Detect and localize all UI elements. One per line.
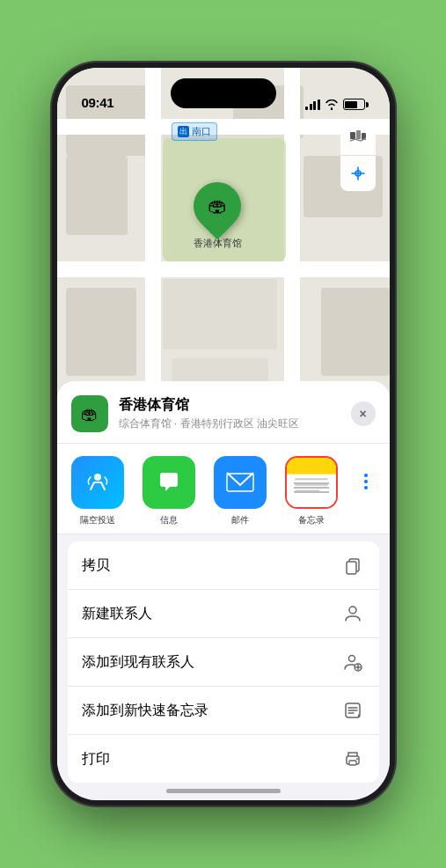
svg-rect-27 [349, 761, 356, 765]
messages-label: 信息 [160, 514, 178, 526]
svg-point-0 [330, 107, 332, 109]
location-icon-wrap: 🏟 [71, 395, 108, 432]
action-item-new-contact[interactable]: 新建联系人 [68, 590, 379, 638]
exit-label: 南口 [192, 125, 211, 138]
signal-bars-icon [305, 99, 320, 110]
svg-point-5 [94, 474, 101, 481]
status-time: 09:41 [82, 95, 114, 110]
location-info: 香港体育馆 综合体育馆 · 香港特别行政区 油尖旺区 [119, 396, 340, 431]
map-type-button[interactable] [340, 121, 376, 156]
notes-label: 备忘录 [298, 514, 325, 526]
print-icon [340, 747, 365, 771]
print-label: 打印 [82, 750, 110, 769]
action-item-print[interactable]: 打印 [68, 735, 379, 783]
share-item-messages[interactable]: 信息 [135, 456, 203, 526]
new-contact-label: 新建联系人 [82, 605, 152, 623]
location-name: 香港体育馆 [119, 396, 340, 415]
dynamic-island [171, 78, 276, 108]
location-card: 🏟 香港体育馆 综合体育馆 · 香港特别行政区 油尖旺区 × [57, 381, 390, 444]
share-item-mail[interactable]: 邮件 [207, 456, 274, 526]
share-row: 隔空投送 信息 [57, 444, 390, 534]
svg-point-17 [349, 607, 356, 614]
notes-icon [285, 456, 338, 509]
share-item-more[interactable] [349, 456, 383, 526]
svg-point-28 [356, 758, 358, 760]
battery-icon [343, 99, 365, 110]
copy-icon [340, 553, 365, 577]
airdrop-icon [71, 456, 124, 509]
more-icon [364, 458, 368, 489]
svg-rect-2 [356, 130, 361, 139]
location-button[interactable] [340, 156, 376, 191]
pin-circle: 🏟 [184, 173, 251, 239]
wifi-icon [325, 99, 339, 110]
share-item-notes[interactable]: 备忘录 [278, 456, 346, 526]
exit-prefix: 出 [178, 126, 189, 137]
close-button[interactable]: × [351, 401, 376, 426]
action-item-add-contact[interactable]: 添加到现有联系人 [68, 638, 379, 687]
mail-icon [214, 456, 267, 509]
copy-label: 拷贝 [82, 556, 110, 575]
person-icon [340, 601, 365, 626]
quick-note-label: 添加到新快速备忘录 [82, 702, 208, 720]
action-list: 拷贝 新建联系人 [68, 541, 379, 783]
status-icons [305, 99, 365, 110]
svg-rect-10 [287, 471, 336, 507]
messages-icon [143, 456, 195, 509]
note-icon [340, 698, 365, 723]
svg-rect-11 [287, 469, 336, 474]
svg-point-18 [348, 656, 355, 662]
action-item-copy[interactable]: 拷贝 [68, 541, 379, 590]
svg-rect-1 [350, 132, 355, 139]
home-indicator [166, 789, 281, 793]
venue-icon: 🏟 [81, 404, 99, 424]
map-pin[interactable]: 🏟 香港体育馆 [194, 182, 242, 250]
add-contact-label: 添加到现有联系人 [82, 653, 194, 672]
mail-label: 邮件 [231, 514, 249, 526]
stadium-icon: 🏟 [208, 195, 227, 217]
svg-rect-16 [347, 562, 356, 574]
share-item-airdrop[interactable]: 隔空投送 [64, 456, 132, 526]
phone-frame: 09:41 [52, 63, 395, 805]
bottom-sheet: 🏟 香港体育馆 综合体育馆 · 香港特别行政区 油尖旺区 × [57, 381, 390, 800]
phone-screen: 09:41 [57, 68, 390, 800]
airdrop-label: 隔空投送 [80, 514, 115, 526]
map-label: 出 南口 [172, 122, 217, 141]
location-subtitle: 综合体育馆 · 香港特别行政区 油尖旺区 [119, 416, 340, 431]
map-controls [340, 121, 376, 191]
action-item-quick-note[interactable]: 添加到新快速备忘录 [68, 687, 379, 735]
person-add-icon [340, 650, 365, 674]
